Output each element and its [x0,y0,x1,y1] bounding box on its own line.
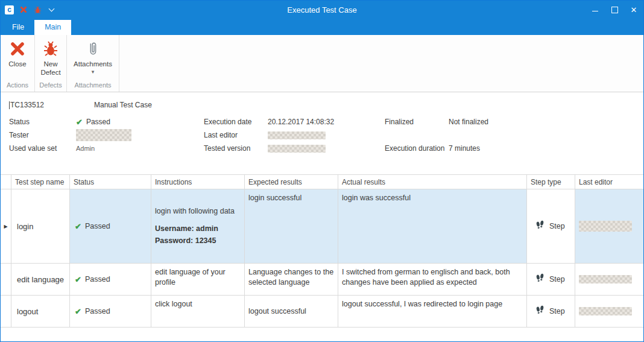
paperclip-icon [86,40,99,58]
column-header-status[interactable]: Status [70,175,151,189]
cell-expected-results[interactable]: Language changes to the selected languag… [245,264,338,295]
status-label: Status [9,118,76,126]
customize-toolbar-chevron-icon[interactable] [47,5,55,14]
tested-version-label: Tested version [204,144,268,153]
attachments-button-label: Attachments [74,60,112,68]
window-controls [586,1,643,19]
cell-actual-results[interactable]: login was successful [338,189,527,263]
quick-access-toolbar [1,5,55,14]
red-x-icon [10,40,25,58]
footprints-icon [535,273,545,285]
column-header-step-type[interactable]: Step type [527,175,575,189]
column-header-actual-results[interactable]: Actual results [338,175,527,189]
cell-status[interactable]: Passed [70,296,151,327]
cell-actual-results[interactable]: logout successful, I was redirected to l… [338,296,527,327]
selected-row-indicator [1,189,11,263]
ribbon-group-actions: Close Actions [1,35,35,92]
maximize-button[interactable] [605,1,624,19]
cell-instructions[interactable]: login with following data Username: admi… [151,189,245,263]
table-row-logout[interactable]: logout Passed click logout logout succes… [1,296,643,328]
grid-header-row: Test step name Status Instructions Expec… [1,175,643,189]
quick-new-defect-bug-icon[interactable] [33,5,42,14]
attachments-dropdown-chevron-icon[interactable] [92,69,95,75]
status-value: Passed [76,118,204,127]
cell-last-editor-redacted[interactable] [575,189,643,263]
tester-value-redacted [76,129,204,141]
tested-version-value-redacted [268,145,385,153]
cell-expected-results[interactable]: login successful [245,189,338,263]
check-icon [75,222,81,231]
finalized-label: Finalized [385,118,449,126]
last-editor-value-redacted [268,131,385,139]
ribbon-tab-row: File Main [1,19,643,35]
tester-label: Tester [9,131,76,139]
group-label-attachments: Attachments [67,80,119,92]
quick-close-red-x-icon[interactable] [19,5,28,14]
test-case-type: Manual Test Case [94,101,152,109]
table-row-login[interactable]: login Passed login with following data U… [1,189,643,264]
cell-instructions[interactable]: click logout [151,296,245,327]
execution-duration-value: 7 minutes [449,144,643,153]
finalized-value: Not finalized [449,118,643,126]
cell-last-editor-redacted[interactable] [575,264,643,295]
row-indicator [1,264,11,295]
bug-icon [43,40,58,58]
used-value-set-value: Admin [76,145,204,152]
cell-status[interactable]: Passed [70,189,151,263]
cell-step-name[interactable]: edit language [11,264,70,295]
title-bar: Executed Test Case [1,1,643,19]
check-icon [75,307,81,316]
column-header-instructions[interactable]: Instructions [151,175,245,189]
row-indicator-header [1,175,11,189]
column-header-test-step-name[interactable]: Test step name [11,175,70,189]
cell-step-name[interactable]: logout [11,296,70,327]
test-steps-grid: Test step name Status Instructions Expec… [1,174,643,341]
ribbon-group-defects: New Defect Defects [35,35,67,92]
execution-date-label: Execution date [204,118,268,126]
test-case-details: TC133512 Manual Test Case Status Passed … [1,92,643,174]
execution-date-value: 20.12.2017 14:08:32 [268,118,385,126]
cell-step-type[interactable]: Step [527,296,575,327]
close-button[interactable]: Close [3,39,32,69]
check-icon [76,118,83,127]
footprints-icon [535,305,545,317]
attachments-button[interactable]: Attachments [69,39,116,76]
cell-expected-results[interactable]: logout successful [245,296,338,327]
cell-instructions[interactable]: edit language of your profile [151,264,245,295]
close-button-label: Close [8,60,26,68]
ribbon-group-attachments: Attachments Attachments [67,35,119,92]
tab-file[interactable]: File [2,20,34,35]
test-case-id-field[interactable]: TC133512 [9,101,94,109]
cell-last-editor-redacted[interactable] [575,296,643,327]
new-defect-button[interactable]: New Defect [37,39,64,78]
column-header-last-editor[interactable]: Last editor [575,175,643,189]
table-row-edit-language[interactable]: edit language Passed edit language of yo… [1,264,643,296]
ribbon: Close Actions Ne [1,35,643,92]
used-value-set-label: Used value set [9,144,76,153]
cell-status[interactable]: Passed [70,264,151,295]
cell-step-name[interactable]: login [11,189,70,263]
minimize-button[interactable] [586,1,605,19]
column-header-expected-results[interactable]: Expected results [245,175,338,189]
group-label-defects: Defects [35,80,66,92]
last-editor-label: Last editor [204,131,268,139]
cell-actual-results[interactable]: I switched from german to englisch and b… [338,264,527,295]
app-window: Executed Test Case File Main Close Actio… [0,0,644,342]
row-arrow-icon [4,224,7,229]
group-label-actions: Actions [1,80,34,92]
window-close-button[interactable] [624,1,643,19]
row-indicator [1,296,11,327]
tab-main[interactable]: Main [34,20,71,35]
footprints-icon [535,220,545,232]
check-icon [75,275,81,284]
execution-duration-label: Execution duration [385,144,449,153]
cell-step-type[interactable]: Step [527,189,575,263]
window-title: Executed Test Case [1,5,643,14]
new-defect-button-label: New Defect [39,60,63,77]
cell-step-type[interactable]: Step [527,264,575,295]
app-logo-icon[interactable] [5,5,14,14]
